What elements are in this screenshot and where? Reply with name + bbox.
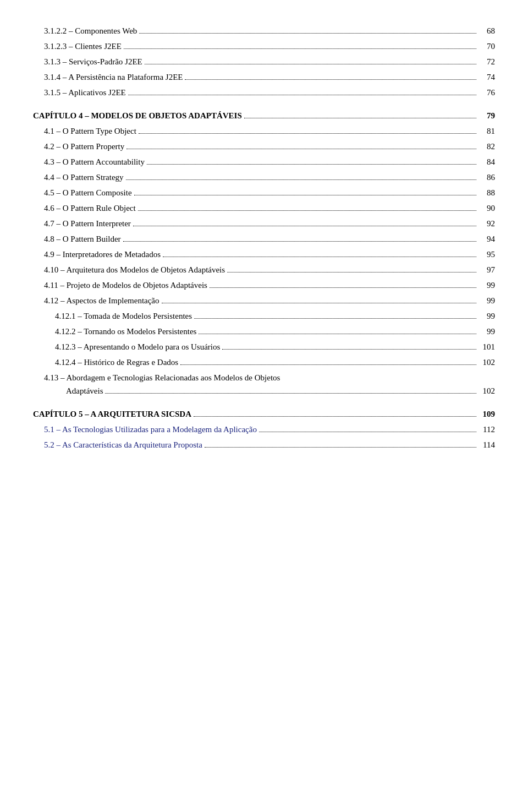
toc-page-313: 72: [479, 55, 495, 68]
toc-dots-412: [162, 303, 476, 303]
toc-label-cap5: CAPÍTULO 5 – A ARQUITETURA SICSDA: [33, 407, 191, 421]
toc-label-51: 5.1 – As Tecnologias Utilizadas para a M…: [44, 423, 257, 436]
toc-dots-4121: [194, 318, 476, 319]
toc-entry-4122: 4.12.2 – Tornando os Modelos Persistente…: [33, 325, 495, 338]
toc-entry-48: 4.8 – O Pattern Builder94: [33, 232, 495, 246]
toc-dots-48: [123, 241, 476, 242]
toc-page-cap5: 109: [479, 407, 495, 421]
toc-dots-cap4: [244, 118, 476, 118]
toc-entry-52: 5.2 – As Características da Arquitetura …: [33, 438, 495, 451]
toc-label-4121: 4.12.1 – Tomada de Modelos Persistentes: [55, 309, 192, 323]
toc-label-4124: 4.12.4 – Histórico de Regras e Dados: [55, 356, 178, 369]
toc-page-4123: 101: [479, 340, 495, 353]
toc-dots-314: [185, 79, 476, 80]
toc-dots-4123: [222, 349, 476, 350]
toc-label-52: 5.2 – As Características da Arquitetura …: [44, 438, 202, 451]
toc-entry-49: 4.9 – Interpretadores de Metadados95: [33, 248, 495, 261]
toc-page-411: 99: [479, 279, 495, 292]
toc-dots-49: [163, 257, 476, 257]
toc-dots-46: [138, 210, 476, 211]
toc-entry-410: 4.10 – Arquitetura dos Modelos de Objeto…: [33, 263, 495, 276]
toc-page-4124: 102: [479, 356, 495, 369]
toc-label-41: 4.1 – O Pattern Type Object: [44, 124, 136, 138]
toc-label-42: 4.2 – O Pattern Property: [44, 140, 124, 153]
toc-dots-43: [147, 164, 476, 165]
toc-page-42: 82: [479, 140, 495, 153]
toc-entry-315: 3.1.5 – Aplicativos J2EE76: [33, 86, 495, 99]
toc-dots-41: [139, 133, 476, 134]
toc-label-45: 4.5 – O Pattern Composite: [44, 186, 132, 199]
toc-entry-cap4: CAPÍTULO 4 – MODELOS DE OBJETOS ADAPTÁVE…: [33, 109, 495, 122]
toc-page-412: 99: [479, 294, 495, 307]
toc-page-46: 90: [479, 201, 495, 215]
toc-entry-46: 4.6 – O Pattern Rule Object90: [33, 201, 495, 215]
toc-entry-3122: 3.1.2.2 – Componentes Web68: [33, 24, 495, 37]
toc-page-4122: 99: [479, 325, 495, 338]
toc-label-48: 4.8 – O Pattern Builder: [44, 232, 121, 246]
toc-dots-410: [227, 272, 476, 273]
toc-label-4123: 4.12.3 – Apresentando o Modelo para os U…: [55, 340, 220, 353]
toc-entry-4123: 4.12.3 – Apresentando o Modelo para os U…: [33, 340, 495, 353]
toc-entry-47: 4.7 – O Pattern Interpreter92: [33, 217, 495, 230]
toc-entry-41: 4.1 – O Pattern Type Object81: [33, 124, 495, 138]
toc-page-410: 97: [479, 263, 495, 276]
toc-entry-411: 4.11 – Projeto de Modelos de Objetos Ada…: [33, 279, 495, 292]
toc-page-49: 95: [479, 248, 495, 261]
toc-dots-4124: [180, 364, 476, 365]
toc-label-313: 3.1.3 – Serviços-Padrão J2EE: [44, 55, 142, 68]
toc-label-3123: 3.1.2.3 – Clientes J2EE: [44, 40, 122, 53]
toc-page-48: 94: [479, 232, 495, 246]
toc-dots-51: [259, 432, 476, 432]
toc-entry-4124: 4.12.4 – Histórico de Regras e Dados102: [33, 356, 495, 369]
toc-label-47: 4.7 – O Pattern Interpreter: [44, 217, 131, 230]
toc-page-3123: 70: [479, 40, 495, 53]
toc-label-413: 4.13 – Abordagem e Tecnologias Relaciona…: [44, 371, 280, 384]
toc-page-cap4: 79: [479, 109, 495, 122]
toc-label-411: 4.11 – Projeto de Modelos de Objetos Ada…: [44, 279, 207, 292]
toc-page-44: 86: [479, 171, 495, 184]
toc-entry-4121: 4.12.1 – Tomada de Modelos Persistentes9…: [33, 309, 495, 323]
toc-label-cap4: CAPÍTULO 4 – MODELOS DE OBJETOS ADAPTÁVE…: [33, 109, 242, 122]
toc-dots-3122: [139, 33, 476, 34]
toc-dots-cap5: [194, 416, 476, 417]
toc-label-3122: 3.1.2.2 – Componentes Web: [44, 24, 137, 37]
toc-entry-44: 4.4 – O Pattern Strategy86: [33, 171, 495, 184]
toc-dots-313: [145, 64, 476, 64]
toc-dots-47: [133, 226, 476, 226]
toc-entry-42: 4.2 – O Pattern Property82: [33, 140, 495, 153]
toc-dots-4122: [199, 334, 476, 334]
toc-dots-44: [126, 179, 476, 180]
toc-entry-412: 4.12 – Aspectos de Implementação99: [33, 294, 495, 307]
toc-page-47: 92: [479, 217, 495, 230]
toc-page-314: 74: [479, 70, 495, 84]
toc-label-412: 4.12 – Aspectos de Implementação: [44, 294, 160, 307]
toc-page-45: 88: [479, 186, 495, 199]
toc-label-4122: 4.12.2 – Tornando os Modelos Persistente…: [55, 325, 196, 338]
toc-page-43: 84: [479, 155, 495, 168]
toc-entry-313: 3.1.3 – Serviços-Padrão J2EE72: [33, 55, 495, 68]
toc-dots-45: [134, 195, 476, 195]
toc-page-41: 81: [479, 124, 495, 138]
toc-entry-413: 4.13 – Abordagem e Tecnologias Relaciona…: [33, 371, 495, 397]
toc-dots-52: [205, 447, 476, 448]
toc-dots-42: [127, 149, 476, 149]
toc-entry-314: 3.1.4 – A Persistência na Plataforma J2E…: [33, 70, 495, 84]
toc-label-43: 4.3 – O Pattern Accountability: [44, 155, 145, 168]
toc-entry-45: 4.5 – O Pattern Composite88: [33, 186, 495, 199]
toc-label-46: 4.6 – O Pattern Rule Object: [44, 201, 136, 215]
toc-page-3122: 68: [479, 24, 495, 37]
toc-entry-3123: 3.1.2.3 – Clientes J2EE70: [33, 40, 495, 53]
toc-label-314: 3.1.4 – A Persistência na Plataforma J2E…: [44, 70, 183, 84]
toc-dots-411: [210, 287, 476, 288]
toc-label-49: 4.9 – Interpretadores de Metadados: [44, 248, 161, 261]
toc-label-410: 4.10 – Arquitetura dos Modelos de Objeto…: [44, 263, 225, 276]
toc-label-44: 4.4 – O Pattern Strategy: [44, 171, 124, 184]
toc-page-315: 76: [479, 86, 495, 99]
toc-page-413: 102: [479, 384, 495, 397]
toc-entry-43: 4.3 – O Pattern Accountability84: [33, 155, 495, 168]
toc-dots-315: [128, 95, 476, 95]
toc-entry-cap5: CAPÍTULO 5 – A ARQUITETURA SICSDA109: [33, 407, 495, 421]
table-of-contents: 3.1.2.2 – Componentes Web683.1.2.3 – Cli…: [33, 24, 495, 451]
toc-label-315: 3.1.5 – Aplicativos J2EE: [44, 86, 126, 99]
toc-dots-3123: [124, 48, 476, 49]
